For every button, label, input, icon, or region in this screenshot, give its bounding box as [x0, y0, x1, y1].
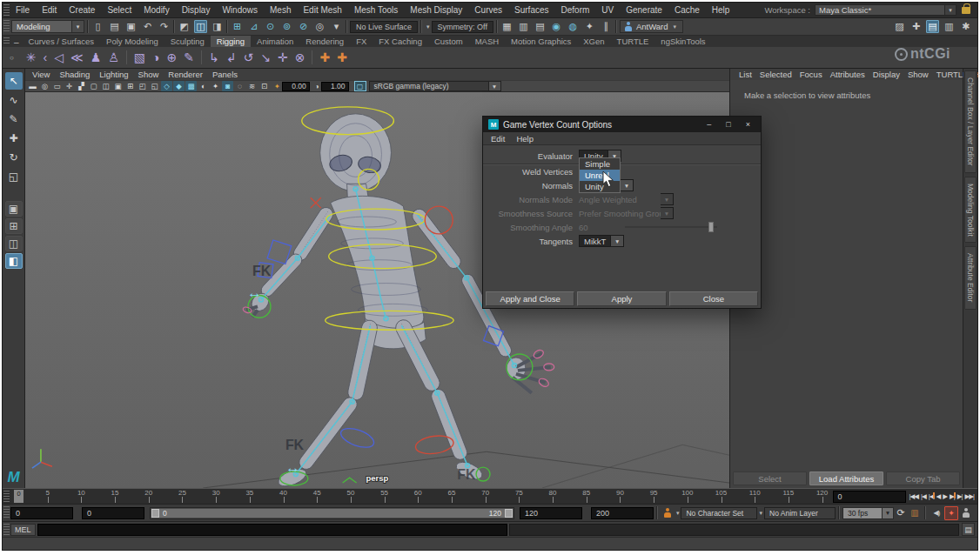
- point-constraint-icon[interactable]: ↲: [226, 50, 237, 64]
- motion-blur-icon[interactable]: ≋: [246, 81, 258, 91]
- menubar-item-cache[interactable]: Cache: [675, 5, 700, 15]
- panel-menu-view[interactable]: View: [32, 70, 50, 79]
- snap-options-arrow-icon[interactable]: ▾: [330, 20, 343, 33]
- command-input[interactable]: [37, 524, 507, 536]
- textured-icon[interactable]: ▩: [185, 81, 197, 91]
- shelf-tab-sculpting[interactable]: Sculpting: [164, 36, 211, 47]
- timeline-tick-65[interactable]: 65: [452, 489, 453, 504]
- fps-dropdown[interactable]: 30 fps ▼: [842, 507, 894, 519]
- character-set-dropdown[interactable]: No Character Set: [681, 507, 757, 519]
- field-chart-icon[interactable]: ⊞: [124, 81, 136, 91]
- sidebar-tab-channel-box-layer-editor[interactable]: Channel Box / Layer Editor: [964, 70, 977, 173]
- hypershade-icon[interactable]: ◍: [567, 20, 580, 33]
- image-plane-icon[interactable]: ▭: [51, 81, 63, 91]
- animation-preferences-icon[interactable]: [958, 508, 974, 518]
- timeslider-grip[interactable]: [3, 491, 10, 502]
- ae-menu-focus[interactable]: Focus: [800, 70, 822, 79]
- shelf-tab-fx[interactable]: FX: [350, 36, 373, 47]
- shelf-tab-rendering[interactable]: Rendering: [299, 36, 350, 47]
- play-backwards-button[interactable]: ◀: [936, 491, 942, 502]
- wireframe-on-shaded-icon[interactable]: ◇: [161, 81, 172, 91]
- timeline-tick-5[interactable]: 5: [48, 489, 49, 504]
- menu-set-dropdown[interactable]: Modeling ▾: [11, 20, 84, 33]
- menubar-grip[interactable]: [3, 4, 10, 16]
- minimize-button[interactable]: –: [701, 120, 716, 129]
- safe-title-icon[interactable]: ◱: [149, 81, 160, 91]
- menubar-item-edit[interactable]: Edit: [42, 5, 57, 15]
- normals-dropdown-arrow-icon[interactable]: ▼: [621, 179, 634, 191]
- character-set-icon[interactable]: [661, 508, 675, 518]
- scale-tool-icon[interactable]: ◱: [5, 168, 23, 185]
- shelf-grip[interactable]: [3, 37, 10, 45]
- timeline-tick-40[interactable]: 40: [284, 489, 285, 504]
- ae-menu-display[interactable]: Display: [873, 70, 900, 79]
- snap-to-projected-center-icon[interactable]: ⊚: [280, 20, 293, 33]
- timeline-tick-10[interactable]: 10: [81, 489, 82, 504]
- playblast-options-icon[interactable]: ▥: [908, 508, 922, 518]
- fps-value[interactable]: 30 fps: [842, 507, 883, 519]
- orient-constraint-icon[interactable]: ↺: [243, 50, 253, 64]
- aim-constraint-icon[interactable]: ↘: [260, 50, 271, 64]
- shelf-tab-turtle[interactable]: TURTLE: [611, 36, 655, 47]
- shadows-icon[interactable]: ◙: [222, 81, 233, 91]
- timeline-tick-75[interactable]: 75: [519, 489, 520, 504]
- workspace-dropdown-arrow-icon[interactable]: ▾: [945, 4, 957, 16]
- camera-attributes-icon[interactable]: ▬: [27, 81, 38, 91]
- range-slider-bar[interactable]: 0 120: [151, 509, 513, 518]
- lighting-icon[interactable]: ✦: [210, 81, 221, 91]
- dialog-button-apply-and-close[interactable]: Apply and Close: [486, 291, 574, 306]
- insert-joint-icon[interactable]: ≪: [70, 50, 84, 64]
- render-current-frame-icon[interactable]: ▥: [517, 20, 530, 33]
- layout-two-pane-icon[interactable]: ◫: [5, 236, 23, 251]
- menubar-item-deform[interactable]: Deform: [561, 5, 590, 15]
- grid-options-icon[interactable]: ▨: [893, 20, 906, 33]
- isolate-select-icon[interactable]: ⊡: [258, 81, 270, 91]
- panel-menu-shading[interactable]: Shading: [59, 70, 90, 79]
- timeline-tick-70[interactable]: 70: [486, 489, 487, 504]
- quick-rig-icon[interactable]: ♙: [108, 50, 119, 64]
- select-tool-icon[interactable]: ↖: [5, 72, 23, 90]
- redo-icon[interactable]: ↷: [158, 20, 171, 33]
- fps-arrow-icon[interactable]: ▼: [883, 507, 894, 519]
- parent-constraint-icon[interactable]: ↳: [209, 50, 219, 64]
- animation-end-field[interactable]: 200: [591, 507, 654, 519]
- joint-tool-icon[interactable]: ✚: [319, 50, 330, 64]
- rotate-tool-icon[interactable]: ↻: [5, 149, 23, 166]
- tool-settings-toggle-icon[interactable]: ✱: [959, 20, 972, 33]
- shelf-collapse-icon[interactable]: –: [10, 37, 23, 47]
- character-set-arrow-icon[interactable]: ▾: [676, 510, 680, 517]
- animation-start-field[interactable]: 0: [10, 507, 73, 519]
- exposure-value[interactable]: 0.00: [282, 82, 310, 91]
- anim-layer-arrow-icon[interactable]: ▾: [759, 510, 762, 517]
- snap-to-point-icon[interactable]: ⊙: [264, 20, 277, 33]
- bookmarks-icon[interactable]: ◎: [39, 81, 50, 91]
- tangents-value[interactable]: MikkT: [579, 235, 611, 247]
- timeline-tick-15[interactable]: 15: [115, 489, 116, 504]
- pole-vector-constraint-icon[interactable]: ✛: [278, 50, 288, 64]
- gate-mask-icon[interactable]: ▣: [112, 81, 124, 91]
- colorspace-arrow-icon[interactable]: ▼: [489, 81, 501, 91]
- open-render-view-icon[interactable]: ▦: [500, 20, 513, 33]
- film-gate-icon[interactable]: ▢: [88, 81, 99, 91]
- step-back-frame-button[interactable]: |◀: [920, 491, 927, 502]
- timeline-tick-90[interactable]: 90: [620, 489, 621, 504]
- colorspace-value[interactable]: sRGB gamma (legacy): [369, 81, 489, 91]
- symmetry-arrow-icon[interactable]: ▾: [426, 23, 430, 30]
- lasso-tool-icon[interactable]: ∿: [5, 91, 23, 109]
- range-start-handle[interactable]: [151, 509, 159, 518]
- select-component-icon[interactable]: ◨: [211, 20, 224, 33]
- select-hierarchy-icon[interactable]: ◩: [178, 20, 191, 33]
- evaluator-option-simple[interactable]: Simple: [580, 158, 620, 170]
- snap-to-grid-icon[interactable]: ⊞: [231, 20, 244, 33]
- undo-icon[interactable]: ↶: [141, 20, 154, 33]
- ae-menu-attributes[interactable]: Attributes: [830, 70, 865, 79]
- shelf-tab-xgen[interactable]: XGen: [577, 36, 610, 47]
- menu-set-value[interactable]: Modeling: [11, 20, 72, 33]
- dialog-menu-help[interactable]: Help: [516, 134, 534, 144]
- load-attributes-button[interactable]: Load Attributes: [809, 471, 883, 485]
- range-end-handle[interactable]: [505, 509, 513, 518]
- menubar-item-display[interactable]: Display: [182, 5, 211, 15]
- panel-menu-renderer[interactable]: Renderer: [168, 70, 203, 79]
- shelf-tab-animation[interactable]: Animation: [251, 36, 299, 47]
- ik-fk-joint-icon[interactable]: ✚: [337, 50, 347, 64]
